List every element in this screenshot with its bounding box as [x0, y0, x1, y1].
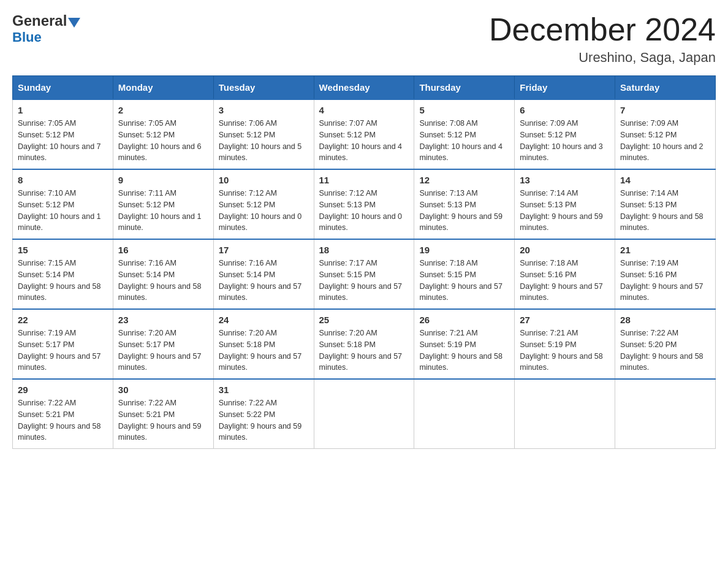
day-cell: 1Sunrise: 7:05 AMSunset: 5:12 PMDaylight…	[13, 99, 113, 169]
day-info: Sunrise: 7:22 AMSunset: 5:21 PMDaylight:…	[18, 397, 108, 443]
logo-blue-text: Blue	[12, 29, 42, 45]
day-number: 7	[620, 105, 710, 115]
day-number: 4	[319, 105, 409, 115]
day-cell: 17Sunrise: 7:16 AMSunset: 5:14 PMDayligh…	[213, 239, 314, 309]
day-number: 27	[520, 315, 610, 325]
day-number: 19	[419, 245, 509, 255]
day-cell: 19Sunrise: 7:18 AMSunset: 5:15 PMDayligh…	[414, 239, 515, 309]
header-friday: Friday	[515, 76, 615, 100]
day-info: Sunrise: 7:15 AMSunset: 5:14 PMDaylight:…	[18, 258, 108, 304]
header-wednesday: Wednesday	[314, 76, 414, 100]
day-cell	[314, 379, 414, 449]
day-number: 3	[219, 105, 309, 115]
day-info: Sunrise: 7:21 AMSunset: 5:19 PMDaylight:…	[419, 327, 509, 373]
day-number: 2	[118, 105, 208, 115]
day-info: Sunrise: 7:18 AMSunset: 5:16 PMDaylight:…	[520, 258, 610, 304]
day-info: Sunrise: 7:09 AMSunset: 5:12 PMDaylight:…	[620, 118, 710, 164]
day-info: Sunrise: 7:05 AMSunset: 5:12 PMDaylight:…	[18, 118, 108, 164]
day-cell: 24Sunrise: 7:20 AMSunset: 5:18 PMDayligh…	[213, 309, 314, 379]
day-cell: 2Sunrise: 7:05 AMSunset: 5:12 PMDaylight…	[113, 99, 213, 169]
week-row-3: 15Sunrise: 7:15 AMSunset: 5:14 PMDayligh…	[13, 239, 716, 309]
day-cell: 21Sunrise: 7:19 AMSunset: 5:16 PMDayligh…	[615, 239, 716, 309]
day-number: 20	[520, 245, 610, 255]
logo-arrow-icon	[68, 18, 80, 28]
header-sunday: Sunday	[13, 76, 113, 100]
day-cell: 20Sunrise: 7:18 AMSunset: 5:16 PMDayligh…	[515, 239, 615, 309]
day-cell: 18Sunrise: 7:17 AMSunset: 5:15 PMDayligh…	[314, 239, 414, 309]
day-info: Sunrise: 7:08 AMSunset: 5:12 PMDaylight:…	[419, 118, 509, 164]
day-number: 21	[620, 245, 710, 255]
day-cell: 6Sunrise: 7:09 AMSunset: 5:12 PMDaylight…	[515, 99, 615, 169]
week-row-2: 8Sunrise: 7:10 AMSunset: 5:12 PMDaylight…	[13, 169, 716, 239]
day-number: 5	[419, 105, 509, 115]
page-header: General Blue December 2024 Ureshino, Sag…	[12, 12, 716, 66]
day-info: Sunrise: 7:13 AMSunset: 5:13 PMDaylight:…	[419, 188, 509, 234]
day-info: Sunrise: 7:20 AMSunset: 5:17 PMDaylight:…	[118, 327, 208, 373]
day-cell	[414, 379, 515, 449]
day-cell: 7Sunrise: 7:09 AMSunset: 5:12 PMDaylight…	[615, 99, 716, 169]
day-cell: 15Sunrise: 7:15 AMSunset: 5:14 PMDayligh…	[13, 239, 113, 309]
day-cell: 4Sunrise: 7:07 AMSunset: 5:12 PMDaylight…	[314, 99, 414, 169]
week-row-4: 22Sunrise: 7:19 AMSunset: 5:17 PMDayligh…	[13, 309, 716, 379]
day-cell: 30Sunrise: 7:22 AMSunset: 5:21 PMDayligh…	[113, 379, 213, 449]
day-number: 12	[419, 175, 509, 185]
day-cell: 28Sunrise: 7:22 AMSunset: 5:20 PMDayligh…	[615, 309, 716, 379]
week-row-1: 1Sunrise: 7:05 AMSunset: 5:12 PMDaylight…	[13, 99, 716, 169]
calendar-table: SundayMondayTuesdayWednesdayThursdayFrid…	[12, 75, 716, 449]
day-info: Sunrise: 7:06 AMSunset: 5:12 PMDaylight:…	[219, 118, 309, 164]
day-cell: 25Sunrise: 7:20 AMSunset: 5:18 PMDayligh…	[314, 309, 414, 379]
day-cell: 16Sunrise: 7:16 AMSunset: 5:14 PMDayligh…	[113, 239, 213, 309]
day-info: Sunrise: 7:20 AMSunset: 5:18 PMDaylight:…	[219, 327, 309, 373]
header-tuesday: Tuesday	[213, 76, 314, 100]
day-cell: 22Sunrise: 7:19 AMSunset: 5:17 PMDayligh…	[13, 309, 113, 379]
day-cell: 11Sunrise: 7:12 AMSunset: 5:13 PMDayligh…	[314, 169, 414, 239]
day-info: Sunrise: 7:16 AMSunset: 5:14 PMDaylight:…	[219, 258, 309, 304]
header-monday: Monday	[113, 76, 213, 100]
day-cell: 8Sunrise: 7:10 AMSunset: 5:12 PMDaylight…	[13, 169, 113, 239]
day-cell: 13Sunrise: 7:14 AMSunset: 5:13 PMDayligh…	[515, 169, 615, 239]
logo-general-text: General	[12, 12, 67, 29]
day-info: Sunrise: 7:19 AMSunset: 5:16 PMDaylight:…	[620, 258, 710, 304]
day-number: 22	[18, 315, 108, 325]
day-info: Sunrise: 7:12 AMSunset: 5:13 PMDaylight:…	[319, 188, 409, 234]
calendar-header: SundayMondayTuesdayWednesdayThursdayFrid…	[13, 76, 716, 100]
day-number: 11	[319, 175, 409, 185]
day-info: Sunrise: 7:05 AMSunset: 5:12 PMDaylight:…	[118, 118, 208, 164]
day-number: 9	[118, 175, 208, 185]
day-number: 23	[118, 315, 208, 325]
day-cell: 9Sunrise: 7:11 AMSunset: 5:12 PMDaylight…	[113, 169, 213, 239]
day-number: 15	[18, 245, 108, 255]
header-saturday: Saturday	[615, 76, 716, 100]
day-cell: 29Sunrise: 7:22 AMSunset: 5:21 PMDayligh…	[13, 379, 113, 449]
day-number: 24	[219, 315, 309, 325]
day-cell: 31Sunrise: 7:22 AMSunset: 5:22 PMDayligh…	[213, 379, 314, 449]
calendar-body: 1Sunrise: 7:05 AMSunset: 5:12 PMDaylight…	[13, 99, 716, 449]
day-info: Sunrise: 7:09 AMSunset: 5:12 PMDaylight:…	[520, 118, 610, 164]
day-info: Sunrise: 7:12 AMSunset: 5:12 PMDaylight:…	[219, 188, 309, 234]
day-number: 26	[419, 315, 509, 325]
day-info: Sunrise: 7:07 AMSunset: 5:12 PMDaylight:…	[319, 118, 409, 164]
day-number: 10	[219, 175, 309, 185]
day-number: 1	[18, 105, 108, 115]
day-info: Sunrise: 7:22 AMSunset: 5:20 PMDaylight:…	[620, 327, 710, 373]
day-cell	[515, 379, 615, 449]
header-thursday: Thursday	[414, 76, 515, 100]
day-info: Sunrise: 7:21 AMSunset: 5:19 PMDaylight:…	[520, 327, 610, 373]
day-number: 17	[219, 245, 309, 255]
day-number: 16	[118, 245, 208, 255]
month-year-title: December 2024	[489, 12, 716, 47]
day-info: Sunrise: 7:20 AMSunset: 5:18 PMDaylight:…	[319, 327, 409, 373]
logo: General Blue	[12, 12, 80, 45]
day-info: Sunrise: 7:14 AMSunset: 5:13 PMDaylight:…	[620, 188, 710, 234]
day-info: Sunrise: 7:22 AMSunset: 5:22 PMDaylight:…	[219, 397, 309, 443]
day-cell: 10Sunrise: 7:12 AMSunset: 5:12 PMDayligh…	[213, 169, 314, 239]
day-number: 25	[319, 315, 409, 325]
header-row: SundayMondayTuesdayWednesdayThursdayFrid…	[13, 76, 716, 100]
location-subtitle: Ureshino, Saga, Japan	[489, 50, 716, 66]
day-cell: 23Sunrise: 7:20 AMSunset: 5:17 PMDayligh…	[113, 309, 213, 379]
day-cell: 12Sunrise: 7:13 AMSunset: 5:13 PMDayligh…	[414, 169, 515, 239]
day-cell: 3Sunrise: 7:06 AMSunset: 5:12 PMDaylight…	[213, 99, 314, 169]
title-area: December 2024 Ureshino, Saga, Japan	[489, 12, 716, 66]
day-number: 14	[620, 175, 710, 185]
day-cell: 27Sunrise: 7:21 AMSunset: 5:19 PMDayligh…	[515, 309, 615, 379]
